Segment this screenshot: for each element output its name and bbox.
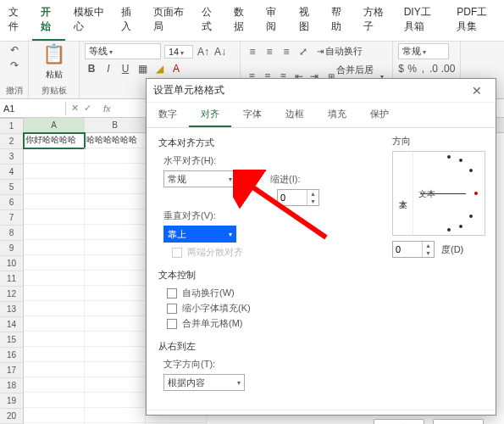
currency-icon[interactable]: $	[398, 62, 404, 75]
close-icon[interactable]: ✕	[465, 84, 489, 98]
menu-item-1[interactable]: 开始	[32, 0, 64, 41]
menu-item-10[interactable]: 方格子	[355, 0, 395, 41]
font-size-select[interactable]: 14▾	[164, 45, 193, 59]
underline-icon[interactable]: U	[119, 62, 132, 75]
row-header[interactable]: 6	[0, 195, 23, 210]
degree-spinner[interactable]: ▲▼	[392, 241, 435, 258]
redo-icon[interactable]: ↷	[8, 59, 21, 72]
menu-item-2[interactable]: 模板中心	[65, 0, 114, 41]
text-direction-select[interactable]: 根据内容▾	[163, 374, 245, 391]
row-header[interactable]: 9	[0, 241, 23, 256]
dialog-tab[interactable]: 填充	[316, 103, 358, 127]
cell[interactable]	[24, 271, 85, 286]
cell[interactable]	[85, 225, 146, 240]
row-header[interactable]: 4	[0, 165, 23, 180]
h-align-select[interactable]: 常规▾	[163, 170, 236, 187]
v-align-select[interactable]: 靠上▾	[163, 226, 236, 243]
merge-checkbox[interactable]: 合并单元格(M)	[167, 317, 484, 330]
cell[interactable]	[85, 362, 146, 377]
row-header[interactable]: 1	[0, 119, 23, 134]
row-header[interactable]: 19	[0, 393, 23, 409]
dialog-tab[interactable]: 保护	[358, 103, 401, 127]
row-header[interactable]: 14	[0, 317, 23, 332]
cell[interactable]	[85, 301, 146, 316]
dialog-tab[interactable]: 数字	[147, 103, 189, 127]
cell[interactable]	[24, 316, 85, 332]
cell[interactable]	[85, 332, 146, 347]
row-header[interactable]: 16	[0, 348, 23, 363]
increase-font-icon[interactable]: A↑	[197, 45, 210, 59]
row-header[interactable]: 2	[0, 134, 23, 149]
col-header[interactable]: A	[24, 118, 85, 132]
cell[interactable]	[24, 148, 85, 164]
menu-item-6[interactable]: 数据	[225, 0, 258, 41]
cell[interactable]	[85, 255, 146, 271]
cell[interactable]	[85, 316, 146, 332]
bold-icon[interactable]: B	[85, 62, 98, 75]
cell[interactable]	[85, 377, 146, 393]
shrink-checkbox[interactable]: 缩小字体填充(K)	[167, 302, 484, 315]
indent-spinner[interactable]: ▲▼	[277, 189, 319, 206]
row-header[interactable]: 11	[0, 271, 23, 287]
menu-item-8[interactable]: 视图	[291, 0, 323, 41]
cell[interactable]	[24, 362, 85, 377]
dialog-tab[interactable]: 边框	[274, 103, 316, 127]
fill-color-icon[interactable]: ◢	[152, 62, 166, 75]
row-header[interactable]: 12	[0, 287, 23, 302]
row-header[interactable]: 18	[0, 378, 23, 393]
wrap-text-button[interactable]: ⇥自动换行	[313, 43, 366, 59]
row-header[interactable]: 10	[0, 256, 23, 271]
cell[interactable]: 你好哈哈哈哈	[24, 133, 85, 148]
cell[interactable]	[24, 209, 85, 225]
cell[interactable]	[24, 179, 85, 194]
cell[interactable]	[24, 255, 85, 271]
cell[interactable]	[85, 286, 146, 301]
cell[interactable]	[24, 301, 85, 316]
orientation-widget[interactable]: 文本 文本	[392, 151, 485, 236]
percent-icon[interactable]: %	[407, 62, 417, 75]
cell[interactable]	[24, 408, 85, 423]
decrease-font-icon[interactable]: A↓	[213, 45, 227, 59]
menu-item-3[interactable]: 插入	[113, 0, 145, 41]
cell[interactable]	[24, 332, 85, 347]
confirm-formula-icon[interactable]: ✓	[84, 103, 91, 114]
cell[interactable]	[24, 194, 85, 209]
menu-item-7[interactable]: 审阅	[258, 0, 290, 41]
ok-button[interactable]: 确定	[374, 419, 424, 424]
cell[interactable]	[85, 271, 146, 286]
cell[interactable]	[85, 194, 146, 209]
row-header[interactable]: 17	[0, 363, 23, 378]
italic-icon[interactable]: I	[102, 62, 115, 75]
font-color-icon[interactable]: A	[169, 62, 183, 75]
menu-item-9[interactable]: 帮助	[323, 0, 355, 41]
row-header[interactable]: 13	[0, 302, 23, 317]
cell[interactable]	[85, 148, 146, 164]
row-header[interactable]: 8	[0, 226, 23, 241]
menu-item-11[interactable]: DIY工具箱	[396, 0, 449, 41]
cell[interactable]	[24, 347, 85, 362]
border-icon[interactable]: ▦	[136, 62, 149, 75]
row-header[interactable]: 3	[0, 149, 23, 165]
font-name-select[interactable]: 等线▾	[85, 43, 161, 59]
cell[interactable]	[24, 164, 85, 179]
cell[interactable]	[24, 377, 85, 393]
cancel-formula-icon[interactable]: ✕	[71, 103, 79, 114]
menu-item-5[interactable]: 公式	[193, 0, 225, 41]
cell[interactable]: 哈哈哈哈哈哈	[85, 133, 146, 148]
cell[interactable]	[85, 408, 146, 423]
paste-icon[interactable]: 📋	[42, 43, 65, 65]
cell[interactable]	[85, 240, 146, 255]
dec-decimal-icon[interactable]: .00	[441, 62, 455, 75]
cell[interactable]	[24, 240, 85, 255]
row-header[interactable]: 7	[0, 210, 23, 226]
col-header[interactable]: B	[85, 118, 146, 132]
menu-item-12[interactable]: PDF工具集	[448, 0, 504, 41]
inc-decimal-icon[interactable]: .0	[429, 62, 438, 75]
row-header[interactable]: 20	[0, 409, 23, 424]
cell[interactable]	[85, 209, 146, 225]
menu-item-0[interactable]: 文件	[0, 0, 32, 41]
orientation-icon[interactable]: ⤢	[296, 45, 310, 59]
undo-icon[interactable]: ↶	[8, 43, 21, 57]
number-format-select[interactable]: 常规▾	[398, 43, 449, 59]
wrap-checkbox[interactable]: 自动换行(W)	[167, 287, 484, 299]
